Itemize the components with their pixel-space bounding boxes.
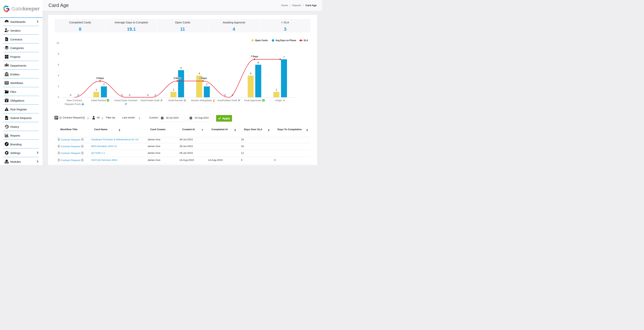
svg-text:2: 2	[206, 83, 208, 86]
svg-text:0: 0	[121, 94, 123, 96]
svg-text:Vendor eNegotiate: Vendor eNegotiate	[191, 99, 212, 102]
svg-text:4: 4	[198, 72, 200, 75]
svg-text:0: 0	[78, 94, 79, 96]
svg-text:AutoCreate Draft: AutoCreate Draft	[140, 99, 160, 102]
svg-text:5: 5	[180, 66, 182, 70]
svg-text:3 Days: 3 Days	[199, 77, 207, 80]
svg-text:Final Approvals: Final Approvals	[244, 99, 262, 102]
svg-text:AutoCreate Contract: AutoCreate Contract	[114, 99, 137, 102]
svg-text:New Contract: New Contract	[67, 99, 82, 102]
svg-text:AutoPublish Draft: AutoPublish Draft	[217, 99, 237, 102]
svg-text:1: 1	[173, 88, 174, 91]
svg-text:6: 6	[58, 64, 59, 66]
svg-text:Initial Review: Initial Review	[91, 99, 106, 102]
svg-text:0: 0	[224, 94, 226, 96]
svg-text:eSign: eSign	[276, 99, 282, 102]
svg-text:SLA: SLA	[304, 39, 308, 42]
svg-text:2: 2	[103, 83, 105, 86]
svg-text:4: 4	[250, 72, 252, 75]
svg-text:6: 6	[258, 61, 259, 64]
svg-text:4: 4	[58, 74, 59, 77]
svg-text:0: 0	[58, 96, 59, 98]
svg-text:0: 0	[155, 94, 156, 96]
svg-text:3 Days: 3 Days	[174, 77, 181, 80]
svg-text:8: 8	[58, 52, 59, 55]
svg-text:Open Cards: Open Cards	[255, 39, 268, 42]
svg-text:1: 1	[96, 88, 97, 91]
svg-text:7: 7	[283, 56, 285, 58]
svg-text:0: 0	[129, 94, 130, 96]
svg-text:Request Form: Request Form	[65, 103, 81, 106]
svg-text:Avg Days on Phase: Avg Days on Phase	[276, 39, 296, 42]
svg-text:3 Days: 3 Days	[96, 77, 104, 80]
svg-text:7 Days: 7 Days	[251, 55, 258, 58]
svg-text:Draft Review: Draft Review	[168, 99, 183, 102]
svg-text:2: 2	[58, 85, 59, 88]
svg-text:0: 0	[147, 94, 148, 96]
svg-text:10: 10	[56, 42, 59, 44]
svg-text:0: 0	[70, 94, 71, 96]
svg-text:1: 1	[276, 88, 277, 91]
